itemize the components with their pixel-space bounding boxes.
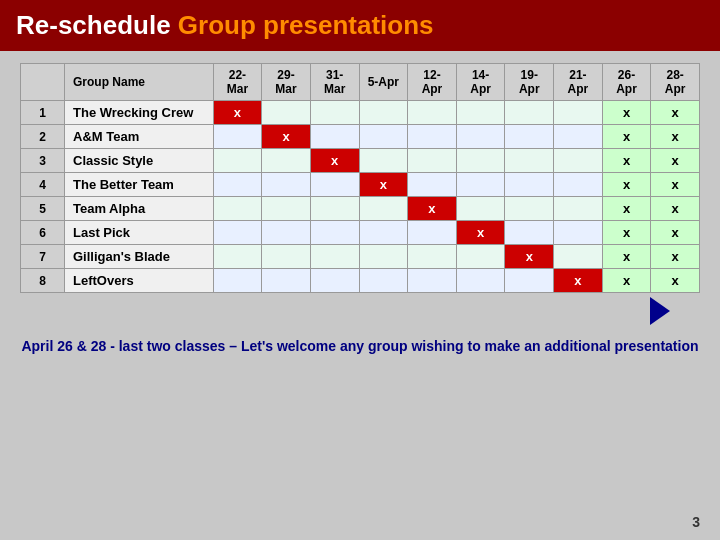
schedule-cell <box>262 221 311 245</box>
schedule-cell <box>310 221 359 245</box>
schedule-cell <box>310 101 359 125</box>
schedule-cell <box>408 101 457 125</box>
col-19apr: 19-Apr <box>505 64 554 101</box>
footer-text: April 26 & 28 - last two classes – Let's… <box>20 337 700 357</box>
schedule-cell: x <box>310 149 359 173</box>
schedule-cell <box>262 173 311 197</box>
schedule-cell: x <box>651 101 700 125</box>
col-num <box>21 64 65 101</box>
schedule-cell <box>213 173 262 197</box>
schedule-cell <box>456 101 505 125</box>
row-number: 3 <box>21 149 65 173</box>
schedule-cell: x <box>602 197 651 221</box>
row-number: 6 <box>21 221 65 245</box>
col-31mar: 31-Mar <box>310 64 359 101</box>
col-26apr: 26-Apr <box>602 64 651 101</box>
row-number: 5 <box>21 197 65 221</box>
schedule-cell <box>554 245 603 269</box>
schedule-cell <box>554 125 603 149</box>
schedule-cell <box>359 101 408 125</box>
schedule-cell <box>213 125 262 149</box>
table-row: 5Team Alphaxxx <box>21 197 700 221</box>
schedule-cell: x <box>651 245 700 269</box>
col-29mar: 29-Mar <box>262 64 311 101</box>
row-number: 4 <box>21 173 65 197</box>
table-row: 2A&M Teamxxx <box>21 125 700 149</box>
schedule-cell <box>505 197 554 221</box>
schedule-cell <box>505 125 554 149</box>
row-number: 8 <box>21 269 65 293</box>
schedule-cell <box>408 149 457 173</box>
schedule-cell <box>359 149 408 173</box>
group-name-cell: Classic Style <box>65 149 214 173</box>
schedule-cell <box>554 101 603 125</box>
schedule-cell: x <box>651 173 700 197</box>
schedule-cell: x <box>359 173 408 197</box>
schedule-cell: x <box>505 245 554 269</box>
schedule-cell: x <box>602 245 651 269</box>
col-28apr: 28-Apr <box>651 64 700 101</box>
schedule-cell <box>359 125 408 149</box>
schedule-cell: x <box>651 197 700 221</box>
schedule-cell: x <box>602 101 651 125</box>
schedule-cell <box>213 269 262 293</box>
col-group-name: Group Name <box>65 64 214 101</box>
row-number: 1 <box>21 101 65 125</box>
schedule-cell: x <box>651 149 700 173</box>
schedule-cell <box>456 245 505 269</box>
col-12apr: 12-Apr <box>408 64 457 101</box>
schedule-cell <box>310 245 359 269</box>
schedule-cell <box>505 221 554 245</box>
right-arrow-icon <box>650 297 670 325</box>
group-name-cell: Team Alpha <box>65 197 214 221</box>
schedule-cell: x <box>262 125 311 149</box>
row-number: 7 <box>21 245 65 269</box>
schedule-cell <box>408 221 457 245</box>
schedule-cell <box>359 221 408 245</box>
table-row: 6Last Pickxxx <box>21 221 700 245</box>
group-name-cell: LeftOvers <box>65 269 214 293</box>
schedule-cell <box>408 245 457 269</box>
table-row: 1The Wrecking Crewxxx <box>21 101 700 125</box>
header: Re-schedule Group presentations <box>0 0 720 51</box>
schedule-cell: x <box>651 269 700 293</box>
schedule-cell <box>310 173 359 197</box>
schedule-cell <box>262 269 311 293</box>
schedule-cell <box>505 269 554 293</box>
group-name-cell: Gilligan's Blade <box>65 245 214 269</box>
table-row: 4The Better Teamxxx <box>21 173 700 197</box>
schedule-cell <box>456 197 505 221</box>
col-22mar: 22-Mar <box>213 64 262 101</box>
schedule-cell: x <box>213 101 262 125</box>
schedule-cell <box>456 149 505 173</box>
schedule-cell <box>456 125 505 149</box>
schedule-cell <box>213 149 262 173</box>
schedule-cell: x <box>602 149 651 173</box>
schedule-cell <box>310 269 359 293</box>
arrow-wrapper <box>20 297 700 325</box>
schedule-cell <box>408 173 457 197</box>
table-row: 3Classic Stylexxx <box>21 149 700 173</box>
schedule-cell: x <box>408 197 457 221</box>
header-title-plain: Re-schedule <box>16 10 178 40</box>
schedule-cell: x <box>602 221 651 245</box>
schedule-cell: x <box>554 269 603 293</box>
schedule-cell <box>505 173 554 197</box>
schedule-cell: x <box>651 221 700 245</box>
schedule-cell <box>359 197 408 221</box>
schedule-cell <box>408 125 457 149</box>
group-name-cell: The Better Team <box>65 173 214 197</box>
schedule-cell <box>310 125 359 149</box>
schedule-cell <box>359 269 408 293</box>
schedule-cell <box>262 245 311 269</box>
schedule-cell <box>262 149 311 173</box>
schedule-cell <box>554 149 603 173</box>
schedule-cell <box>213 197 262 221</box>
schedule-cell <box>262 197 311 221</box>
header-title-orange: Group presentations <box>178 10 434 40</box>
schedule-cell <box>262 101 311 125</box>
page-number: 3 <box>692 514 700 530</box>
schedule-cell: x <box>602 173 651 197</box>
schedule-cell <box>554 197 603 221</box>
schedule-cell <box>213 221 262 245</box>
